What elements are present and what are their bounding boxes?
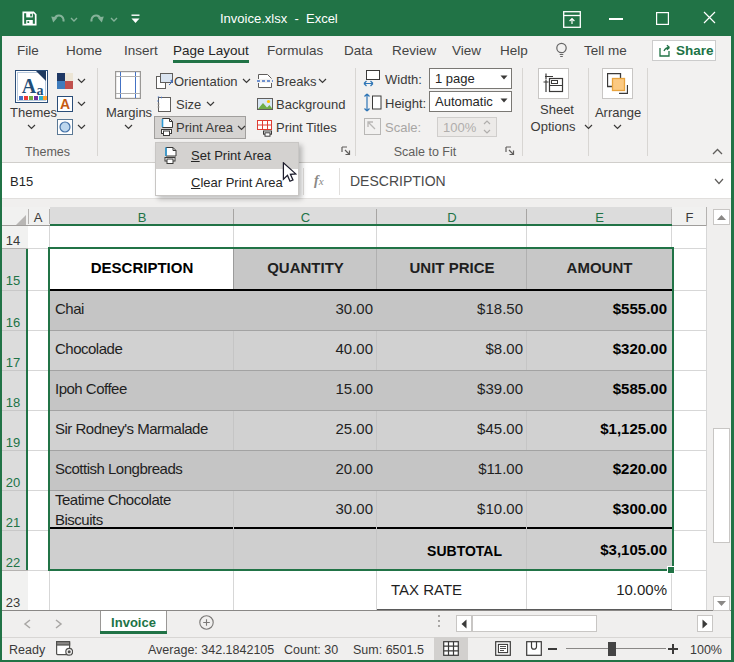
- svg-text:A: A: [22, 75, 37, 97]
- svg-text:A: A: [60, 96, 70, 112]
- svg-text:a: a: [37, 83, 44, 98]
